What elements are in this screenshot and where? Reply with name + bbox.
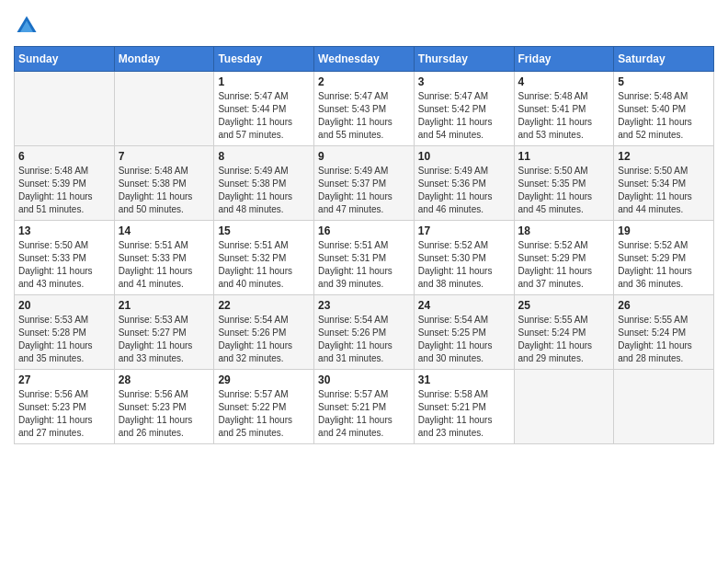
day-number: 17 [418, 224, 510, 237]
day-info: Sunrise: 5:47 AMSunset: 5:42 PMDaylight:… [418, 90, 510, 142]
day-info: Sunrise: 5:48 AMSunset: 5:38 PMDaylight:… [119, 165, 210, 216]
calendar-cell [514, 370, 614, 444]
day-info: Sunrise: 5:55 AMSunset: 5:24 PMDaylight:… [518, 314, 610, 365]
day-info: Sunrise: 5:50 AMSunset: 5:33 PMDaylight:… [18, 239, 110, 291]
calendar-cell: 13Sunrise: 5:50 AMSunset: 5:33 PMDayligh… [15, 221, 115, 295]
day-number: 10 [418, 150, 510, 163]
day-number: 7 [119, 150, 210, 163]
calendar-cell [15, 72, 115, 146]
day-info: Sunrise: 5:52 AMSunset: 5:30 PMDaylight:… [418, 239, 510, 291]
calendar-cell: 19Sunrise: 5:52 AMSunset: 5:29 PMDayligh… [614, 221, 714, 295]
day-header-tuesday: Tuesday [214, 47, 314, 72]
calendar-cell: 5Sunrise: 5:48 AMSunset: 5:40 PMDaylight… [614, 72, 714, 146]
calendar-cell: 31Sunrise: 5:58 AMSunset: 5:21 PMDayligh… [414, 370, 514, 444]
day-number: 14 [119, 224, 210, 237]
calendar-cell: 23Sunrise: 5:54 AMSunset: 5:26 PMDayligh… [314, 295, 415, 370]
day-number: 16 [318, 224, 410, 237]
day-info: Sunrise: 5:48 AMSunset: 5:40 PMDaylight:… [618, 90, 710, 142]
day-number: 4 [518, 75, 610, 88]
calendar-cell: 26Sunrise: 5:55 AMSunset: 5:24 PMDayligh… [614, 295, 714, 370]
calendar-cell: 14Sunrise: 5:51 AMSunset: 5:33 PMDayligh… [114, 221, 214, 295]
calendar-cell: 10Sunrise: 5:49 AMSunset: 5:36 PMDayligh… [414, 146, 514, 221]
day-header-wednesday: Wednesday [314, 47, 415, 72]
day-number: 2 [318, 75, 410, 88]
calendar-cell: 22Sunrise: 5:54 AMSunset: 5:26 PMDayligh… [214, 295, 314, 370]
day-number: 3 [418, 75, 510, 88]
calendar-cell: 7Sunrise: 5:48 AMSunset: 5:38 PMDaylight… [114, 146, 214, 221]
day-number: 18 [518, 224, 610, 237]
calendar-cell [114, 72, 214, 146]
day-number: 20 [18, 299, 110, 312]
logo [14, 13, 43, 39]
day-info: Sunrise: 5:54 AMSunset: 5:26 PMDaylight:… [218, 314, 310, 365]
calendar-cell: 27Sunrise: 5:56 AMSunset: 5:23 PMDayligh… [15, 370, 115, 444]
calendar-cell [614, 370, 714, 444]
day-number: 9 [318, 150, 410, 163]
day-number: 1 [218, 75, 310, 88]
calendar-cell: 12Sunrise: 5:50 AMSunset: 5:34 PMDayligh… [614, 146, 714, 221]
day-number: 30 [318, 373, 410, 386]
day-info: Sunrise: 5:51 AMSunset: 5:33 PMDaylight:… [119, 239, 210, 291]
calendar-cell: 6Sunrise: 5:48 AMSunset: 5:39 PMDaylight… [15, 146, 115, 221]
calendar-cell: 25Sunrise: 5:55 AMSunset: 5:24 PMDayligh… [514, 295, 614, 370]
logo-icon [14, 13, 40, 39]
day-number: 12 [618, 150, 710, 163]
day-header-friday: Friday [514, 47, 614, 72]
calendar-cell: 24Sunrise: 5:54 AMSunset: 5:25 PMDayligh… [414, 295, 514, 370]
calendar-cell: 28Sunrise: 5:56 AMSunset: 5:23 PMDayligh… [114, 370, 214, 444]
calendar-cell: 18Sunrise: 5:52 AMSunset: 5:29 PMDayligh… [514, 221, 614, 295]
calendar-week-1: 1Sunrise: 5:47 AMSunset: 5:44 PMDaylight… [15, 72, 714, 146]
day-number: 26 [618, 299, 710, 312]
day-info: Sunrise: 5:56 AMSunset: 5:23 PMDaylight:… [18, 388, 110, 440]
day-header-monday: Monday [114, 47, 214, 72]
calendar-cell: 20Sunrise: 5:53 AMSunset: 5:28 PMDayligh… [15, 295, 115, 370]
day-number: 8 [218, 150, 310, 163]
calendar-table: SundayMondayTuesdayWednesdayThursdayFrid… [14, 46, 714, 444]
calendar-cell: 29Sunrise: 5:57 AMSunset: 5:22 PMDayligh… [214, 370, 314, 444]
calendar-cell: 4Sunrise: 5:48 AMSunset: 5:41 PMDaylight… [514, 72, 614, 146]
day-info: Sunrise: 5:56 AMSunset: 5:23 PMDaylight:… [119, 388, 210, 440]
day-info: Sunrise: 5:54 AMSunset: 5:25 PMDaylight:… [418, 314, 510, 365]
day-number: 15 [218, 224, 310, 237]
day-number: 5 [618, 75, 710, 88]
calendar-week-3: 13Sunrise: 5:50 AMSunset: 5:33 PMDayligh… [15, 221, 714, 295]
day-info: Sunrise: 5:47 AMSunset: 5:44 PMDaylight:… [218, 90, 310, 142]
day-info: Sunrise: 5:53 AMSunset: 5:27 PMDaylight:… [119, 314, 210, 365]
calendar-cell: 2Sunrise: 5:47 AMSunset: 5:43 PMDaylight… [314, 72, 415, 146]
calendar-cell: 30Sunrise: 5:57 AMSunset: 5:21 PMDayligh… [314, 370, 415, 444]
calendar-cell: 16Sunrise: 5:51 AMSunset: 5:31 PMDayligh… [314, 221, 415, 295]
calendar-cell: 11Sunrise: 5:50 AMSunset: 5:35 PMDayligh… [514, 146, 614, 221]
calendar-cell: 21Sunrise: 5:53 AMSunset: 5:27 PMDayligh… [114, 295, 214, 370]
day-info: Sunrise: 5:55 AMSunset: 5:24 PMDaylight:… [618, 314, 710, 365]
day-info: Sunrise: 5:58 AMSunset: 5:21 PMDaylight:… [418, 388, 510, 440]
day-info: Sunrise: 5:49 AMSunset: 5:36 PMDaylight:… [418, 165, 510, 216]
day-info: Sunrise: 5:57 AMSunset: 5:22 PMDaylight:… [218, 388, 310, 440]
day-number: 19 [618, 224, 710, 237]
day-info: Sunrise: 5:53 AMSunset: 5:28 PMDaylight:… [18, 314, 110, 365]
calendar-week-4: 20Sunrise: 5:53 AMSunset: 5:28 PMDayligh… [15, 295, 714, 370]
day-info: Sunrise: 5:50 AMSunset: 5:35 PMDaylight:… [518, 165, 610, 216]
day-info: Sunrise: 5:49 AMSunset: 5:38 PMDaylight:… [218, 165, 310, 216]
day-number: 13 [18, 224, 110, 237]
calendar-header: SundayMondayTuesdayWednesdayThursdayFrid… [15, 47, 714, 72]
day-info: Sunrise: 5:50 AMSunset: 5:34 PMDaylight:… [618, 165, 710, 216]
page-header [14, 9, 714, 39]
calendar-body: 1Sunrise: 5:47 AMSunset: 5:44 PMDaylight… [15, 72, 714, 444]
day-number: 23 [318, 299, 410, 312]
day-header-sunday: Sunday [15, 47, 115, 72]
days-of-week-row: SundayMondayTuesdayWednesdayThursdayFrid… [15, 47, 714, 72]
day-info: Sunrise: 5:52 AMSunset: 5:29 PMDaylight:… [518, 239, 610, 291]
day-number: 31 [418, 373, 510, 386]
day-number: 25 [518, 299, 610, 312]
day-number: 6 [18, 150, 110, 163]
day-number: 21 [119, 299, 210, 312]
calendar-cell: 3Sunrise: 5:47 AMSunset: 5:42 PMDaylight… [414, 72, 514, 146]
calendar-week-5: 27Sunrise: 5:56 AMSunset: 5:23 PMDayligh… [15, 370, 714, 444]
calendar-cell: 17Sunrise: 5:52 AMSunset: 5:30 PMDayligh… [414, 221, 514, 295]
day-info: Sunrise: 5:51 AMSunset: 5:31 PMDaylight:… [318, 239, 410, 291]
day-info: Sunrise: 5:47 AMSunset: 5:43 PMDaylight:… [318, 90, 410, 142]
day-number: 22 [218, 299, 310, 312]
day-header-saturday: Saturday [614, 47, 714, 72]
calendar-cell: 8Sunrise: 5:49 AMSunset: 5:38 PMDaylight… [214, 146, 314, 221]
day-info: Sunrise: 5:52 AMSunset: 5:29 PMDaylight:… [618, 239, 710, 291]
